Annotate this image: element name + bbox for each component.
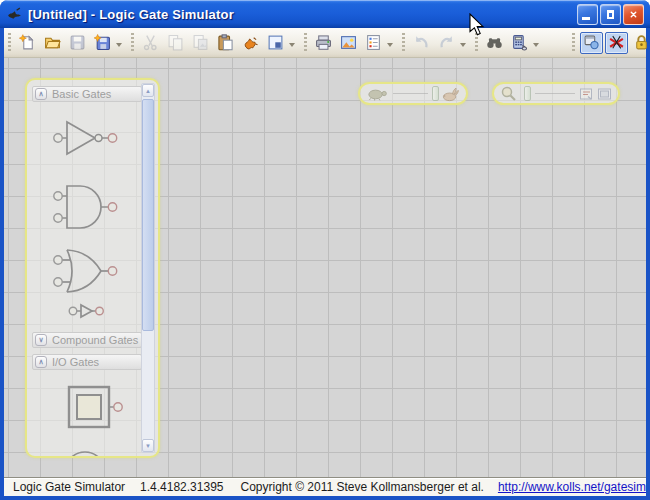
export-image-button[interactable]	[337, 32, 360, 54]
new-document-icon	[19, 34, 36, 51]
orange-figure-button[interactable]	[239, 32, 262, 54]
actual-size-icon[interactable]	[597, 87, 612, 101]
palette-not-gate[interactable]	[51, 112, 121, 164]
palette-scrollbar[interactable]: ▲ ▼	[141, 83, 155, 453]
window-title: [Untitled] - Logic Gate Simulator	[28, 7, 577, 22]
cut-button[interactable]	[139, 32, 162, 54]
redo-button[interactable]	[435, 32, 458, 54]
toolbar-grip[interactable]	[304, 33, 307, 53]
save-button[interactable]	[66, 32, 89, 54]
toolbar-grip[interactable]	[572, 33, 575, 53]
speed-slider-thumb[interactable]	[432, 86, 439, 101]
binoculars-icon	[486, 34, 503, 51]
collapse-button[interactable]: ∧	[35, 88, 47, 100]
zoom-slider-thumb[interactable]	[524, 86, 531, 101]
gate-palette: ∧ Basic Gates	[25, 78, 160, 458]
palette-or-gate[interactable]	[51, 242, 121, 300]
toolbar-grip[interactable]	[8, 33, 11, 53]
status-copyright: Copyright © 2011 Steve Kollmansberger et…	[240, 480, 483, 494]
thumbnail-view-button[interactable]	[264, 32, 287, 54]
minimize-button[interactable]	[577, 4, 598, 25]
speed-slider-track[interactable]	[393, 93, 428, 94]
toolbar-grip[interactable]	[475, 33, 478, 53]
collapse-button[interactable]: ∨	[35, 334, 47, 346]
status-link[interactable]: http://www.kolls.net/gatesim	[498, 480, 646, 494]
open-folder-icon	[44, 34, 61, 51]
toolbar-overflow-button[interactable]	[459, 32, 468, 54]
toolbar-group-history	[400, 29, 468, 57]
scroll-down-button[interactable]: ▼	[142, 439, 154, 452]
status-bar: Logic Gate Simulator 1.4.4182.31395 Copy…	[4, 477, 646, 496]
chevron-up-icon: ∧	[38, 358, 43, 365]
options-button[interactable]	[362, 32, 385, 54]
palette-switch-gate[interactable]	[55, 380, 125, 436]
speed-slider	[358, 82, 468, 105]
undo-icon	[413, 34, 430, 51]
chevron-up-icon: ∧	[38, 90, 43, 97]
copy-button[interactable]	[164, 32, 187, 54]
toolbar-grip[interactable]	[402, 33, 405, 53]
cut-icon	[142, 34, 159, 51]
toolbar-overflow-button[interactable]	[532, 32, 541, 54]
app-icon[interactable]	[6, 6, 23, 23]
toolbar-overflow-button[interactable]	[288, 32, 297, 54]
export-image-icon	[340, 34, 357, 51]
zoom-slider-track[interactable]	[535, 93, 575, 94]
shapes-view-toggle[interactable]	[580, 32, 603, 54]
section-header-io-gates[interactable]: ∧ I/O Gates	[32, 354, 142, 370]
palette-and-gate[interactable]	[51, 178, 121, 236]
app-window: [Untitled] - Logic Gate Simulator	[0, 0, 650, 500]
palette-buffer-gate[interactable]	[68, 302, 108, 320]
open-button[interactable]	[41, 32, 64, 54]
toolbar-group-output	[302, 29, 395, 57]
title-bar: [Untitled] - Logic Gate Simulator	[0, 0, 650, 28]
save-as-button[interactable]	[91, 32, 114, 54]
lock-button[interactable]	[630, 32, 650, 54]
undo-button[interactable]	[410, 32, 433, 54]
minimize-icon	[582, 17, 590, 20]
palette-led-gate[interactable]	[57, 448, 117, 458]
rabbit-icon	[441, 86, 460, 102]
wire-cutter-toggle[interactable]	[605, 32, 628, 54]
redo-icon	[438, 34, 455, 51]
status-app-name: Logic Gate Simulator	[13, 480, 125, 494]
paste-icon	[217, 34, 234, 51]
paste-button[interactable]	[214, 32, 237, 54]
new-button[interactable]	[16, 32, 39, 54]
fit-page-icon[interactable]	[579, 87, 594, 101]
toolbar-group-edit	[129, 29, 297, 57]
wire-cutter-icon	[608, 34, 625, 51]
turtle-icon	[366, 87, 389, 101]
toolbar-group-file	[6, 29, 124, 57]
section-label: I/O Gates	[52, 356, 99, 368]
section-header-basic-gates[interactable]: ∧ Basic Gates	[32, 86, 142, 102]
calculator-button[interactable]	[508, 32, 531, 54]
close-button[interactable]	[623, 4, 644, 25]
toolbar-group-tools	[473, 29, 541, 57]
orange-figure-icon	[242, 34, 259, 51]
scrollbar-thumb[interactable]	[142, 99, 154, 331]
toolbar-group-view	[570, 29, 650, 57]
print-icon	[315, 34, 332, 51]
maximize-button[interactable]	[600, 4, 621, 25]
scroll-down-icon: ▼	[145, 443, 151, 449]
main-toolbar	[4, 28, 646, 58]
zoom-slider	[492, 82, 620, 105]
toolbar-overflow-button[interactable]	[386, 32, 395, 54]
section-label: Basic Gates	[52, 88, 111, 100]
copy-icon	[167, 34, 184, 51]
copy-as-image-button[interactable]	[189, 32, 212, 54]
toolbar-grip[interactable]	[131, 33, 134, 53]
toolbar-overflow-button[interactable]	[115, 32, 124, 54]
section-header-compound-gates[interactable]: ∨ Compound Gates	[32, 332, 142, 348]
print-button[interactable]	[312, 32, 335, 54]
close-icon	[630, 9, 637, 20]
shapes-view-icon	[583, 34, 600, 51]
save-as-icon	[94, 34, 111, 51]
thumbnail-view-icon	[267, 34, 284, 51]
collapse-button[interactable]: ∧	[35, 356, 47, 368]
circuit-canvas[interactable]: ∧ Basic Gates	[4, 58, 646, 477]
scroll-up-icon: ▲	[145, 88, 151, 94]
binoculars-button[interactable]	[483, 32, 506, 54]
scroll-up-button[interactable]: ▲	[142, 84, 154, 97]
